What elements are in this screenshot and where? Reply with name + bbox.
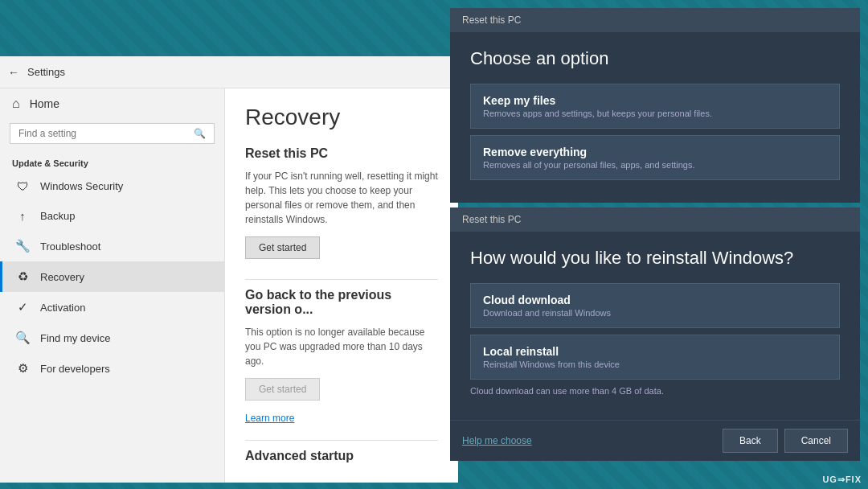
- divider-1: [245, 279, 438, 280]
- home-label: Home: [30, 97, 59, 110]
- dialog-option-titlebar: Reset this PC: [450, 8, 860, 32]
- remove-everything-button[interactable]: Remove everything Removes all of your pe…: [470, 135, 840, 180]
- search-input[interactable]: [18, 128, 194, 139]
- go-back-section-heading: Go back to the previous version o...: [245, 288, 438, 317]
- learn-more-link[interactable]: Learn more: [245, 413, 438, 424]
- dialog-reinstall-title: How would you like to reinstall Windows?: [470, 248, 840, 269]
- nav-label-recovery: Recovery: [40, 271, 84, 283]
- settings-body: ⌂ Home 🔍 Update & Security 🛡 Windows Sec…: [0, 88, 458, 483]
- cloud-download-title: Cloud download: [483, 294, 827, 306]
- sidebar-item-home[interactable]: ⌂ Home: [0, 88, 224, 119]
- page-title: Recovery: [245, 105, 438, 130]
- sidebar-item-recovery[interactable]: ♻ Recovery: [0, 261, 224, 292]
- keep-files-button[interactable]: Keep my files Removes apps and settings,…: [470, 84, 840, 129]
- help-me-choose-link[interactable]: Help me choose: [462, 435, 532, 446]
- sidebar-item-activation[interactable]: ✓ Activation: [0, 292, 224, 323]
- troubleshoot-icon: 🔧: [14, 239, 31, 253]
- dialog-reinstall-body: How would you like to reinstall Windows?…: [450, 232, 860, 412]
- go-back-section-desc: This option is no longer available becau…: [245, 325, 438, 368]
- cloud-download-button[interactable]: Cloud download Download and reinstall Wi…: [470, 283, 840, 328]
- remove-everything-title: Remove everything: [483, 146, 827, 158]
- nav-label-find-my-device: Find my device: [40, 332, 110, 344]
- search-icon: 🔍: [194, 128, 206, 139]
- find-device-icon: 🔍: [14, 331, 31, 345]
- reset-section-heading: Reset this PC: [245, 146, 438, 161]
- dialog-option-body: Choose an option Keep my files Removes a…: [450, 32, 860, 203]
- main-content: Recovery Reset this PC If your PC isn't …: [225, 88, 458, 483]
- keep-files-title: Keep my files: [483, 94, 827, 107]
- cloud-download-note: Cloud download can use more than 4 GB of…: [470, 386, 840, 396]
- cloud-download-desc: Download and reinstall Windows: [483, 308, 827, 318]
- divider-2: [245, 440, 438, 441]
- activation-icon: ✓: [14, 300, 31, 314]
- reset-get-started-button[interactable]: Get started: [245, 236, 320, 259]
- dialog-choose-option: Reset this PC Choose an option Keep my f…: [450, 8, 860, 203]
- sidebar-item-for-developers[interactable]: ⚙ For developers: [0, 353, 224, 384]
- dialog-reinstall-footer: Help me choose Back Cancel: [450, 420, 860, 461]
- sidebar-item-windows-security[interactable]: 🛡 Windows Security: [0, 171, 224, 201]
- sidebar-item-backup[interactable]: ↑ Backup: [0, 201, 224, 231]
- local-reinstall-desc: Reinstall Windows from this device: [483, 360, 827, 369]
- nav-label-backup: Backup: [40, 210, 75, 222]
- footer-buttons: Back Cancel: [723, 429, 848, 453]
- keep-files-desc: Removes apps and settings, but keeps you…: [483, 109, 827, 118]
- nav-label-troubleshoot: Troubleshoot: [40, 240, 100, 253]
- dialog-reinstall: Reset this PC How would you like to rein…: [450, 208, 860, 461]
- go-back-get-started-button: Get started: [245, 378, 320, 401]
- nav-label-for-developers: For developers: [40, 363, 110, 375]
- sidebar-item-find-my-device[interactable]: 🔍 Find my device: [0, 323, 224, 353]
- section-label: Update & Security: [0, 152, 224, 171]
- settings-title: Settings: [27, 66, 65, 78]
- settings-titlebar: ← Settings: [0, 56, 458, 88]
- cancel-button[interactable]: Cancel: [784, 429, 848, 453]
- nav-label-windows-security: Windows Security: [40, 180, 123, 192]
- settings-window: ← Settings ⌂ Home 🔍 Update & Security 🛡 …: [0, 56, 458, 483]
- advanced-section-heading: Advanced startup: [245, 449, 438, 463]
- dialog-option-title: Choose an option: [470, 48, 840, 69]
- search-box[interactable]: 🔍: [10, 123, 215, 144]
- sidebar: ⌂ Home 🔍 Update & Security 🛡 Windows Sec…: [0, 88, 225, 483]
- local-reinstall-title: Local reinstall: [483, 345, 827, 358]
- reset-section-desc: If your PC isn't running well, resetting…: [245, 169, 438, 227]
- home-icon: ⌂: [12, 97, 20, 111]
- sidebar-item-troubleshoot[interactable]: 🔧 Troubleshoot: [0, 231, 224, 261]
- remove-everything-desc: Removes all of your personal files, apps…: [483, 160, 827, 170]
- backup-icon: ↑: [14, 209, 31, 223]
- developers-icon: ⚙: [14, 361, 31, 376]
- nav-label-activation: Activation: [40, 302, 85, 314]
- back-button[interactable]: ←: [8, 66, 19, 79]
- local-reinstall-button[interactable]: Local reinstall Reinstall Windows from t…: [470, 335, 840, 380]
- shield-icon: 🛡: [14, 179, 31, 193]
- watermark: UG⇒FIX: [822, 475, 862, 485]
- recovery-icon: ♻: [14, 269, 31, 284]
- back-button[interactable]: Back: [723, 429, 778, 453]
- dialog-reinstall-titlebar: Reset this PC: [450, 208, 860, 232]
